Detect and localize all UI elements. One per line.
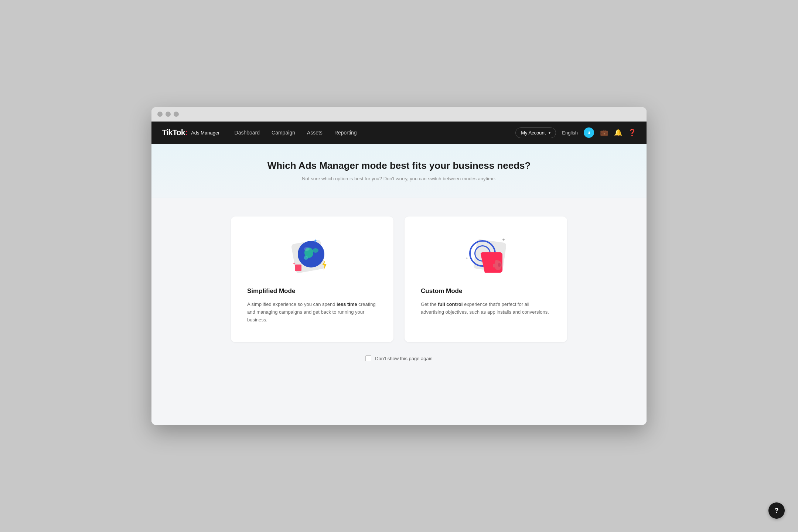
help-circle-icon[interactable]: ❓ xyxy=(628,129,636,137)
nav-right: My Account ▾ English u 💼 🔔 ❓ xyxy=(515,127,636,138)
custom-illustration: ✦ ✦ xyxy=(421,235,551,276)
svg-point-3 xyxy=(304,256,308,260)
hero-title: Which Ads Manager mode best fits your bu… xyxy=(159,160,639,171)
star-icon-c2: ✦ xyxy=(466,256,468,260)
chevron-down-icon: ▾ xyxy=(549,131,550,135)
logo-colon: : xyxy=(185,128,187,137)
account-label: My Account xyxy=(521,130,546,136)
simplified-illustration: ✦ ✦ xyxy=(247,235,377,276)
svg-point-2 xyxy=(313,248,318,253)
star-icon-c1: ✦ xyxy=(502,237,505,242)
language-label[interactable]: English xyxy=(562,130,578,136)
simplified-desc-before: A simplified experience so you can spend xyxy=(247,301,337,307)
nav-links: Dashboard Campaign Assets Reporting xyxy=(235,128,516,137)
custom-mode-title: Custom Mode xyxy=(421,287,462,295)
nav-dashboard[interactable]: Dashboard xyxy=(235,128,260,137)
simplified-mode-desc: A simplified experience so you can spend… xyxy=(247,301,377,324)
mode-cards-row: ✦ ✦ Simplified Mode A simplified experie… xyxy=(231,216,567,342)
nav-reporting[interactable]: Reporting xyxy=(334,128,357,137)
svg-marker-5 xyxy=(322,260,327,270)
browser-window: TikTok: Ads Manager Dashboard Campaign A… xyxy=(151,107,647,425)
briefcase-icon[interactable]: 💼 xyxy=(600,129,608,137)
dont-show-row: Don't show this page again xyxy=(365,355,433,361)
custom-desc-before: Get the xyxy=(421,301,438,307)
top-nav: TikTok: Ads Manager Dashboard Campaign A… xyxy=(151,122,647,144)
star-icon-1: ✦ xyxy=(313,238,318,244)
app-container: TikTok: Ads Manager Dashboard Campaign A… xyxy=(151,122,647,425)
bell-icon[interactable]: 🔔 xyxy=(614,129,622,137)
dont-show-label: Don't show this page again xyxy=(375,356,433,361)
avatar[interactable]: u xyxy=(584,127,594,138)
logo-tiktok-text: TikTok: xyxy=(162,128,187,137)
nav-assets[interactable]: Assets xyxy=(307,128,323,137)
svg-rect-9 xyxy=(498,263,501,267)
svg-rect-8 xyxy=(493,264,495,267)
logo-ads-text: Ads Manager xyxy=(191,130,219,136)
browser-dot-close xyxy=(157,112,163,117)
hero-banner: Which Ads Manager mode best fits your bu… xyxy=(151,144,647,198)
simplified-desc-bold: less time xyxy=(337,301,357,307)
browser-chrome xyxy=(151,107,647,122)
simplified-mode-title: Simplified Mode xyxy=(247,287,295,295)
svg-point-10 xyxy=(495,260,498,263)
dont-show-checkbox[interactable] xyxy=(365,355,371,361)
custom-mode-card[interactable]: ✦ ✦ Custom Mode Get the full control exp… xyxy=(405,216,567,342)
main-content: ✦ ✦ Simplified Mode A simplified experie… xyxy=(151,198,647,425)
browser-dot-minimize xyxy=(166,112,171,117)
browser-dot-maximize xyxy=(174,112,179,117)
floating-help-icon: ? xyxy=(775,507,779,515)
custom-mode-desc: Get the full control experience that's p… xyxy=(421,301,551,316)
logo: TikTok: Ads Manager xyxy=(162,128,220,137)
custom-desc-bold: full control xyxy=(438,301,463,307)
simplified-mode-card[interactable]: ✦ ✦ Simplified Mode A simplified experie… xyxy=(231,216,393,342)
account-dropdown[interactable]: My Account ▾ xyxy=(515,127,556,138)
nav-campaign[interactable]: Campaign xyxy=(272,128,295,137)
hero-subtitle: Not sure which option is best for you? D… xyxy=(159,176,639,181)
floating-help-button[interactable]: ? xyxy=(768,502,785,519)
svg-point-4 xyxy=(304,247,310,251)
hand-pointer-icon xyxy=(490,258,504,275)
